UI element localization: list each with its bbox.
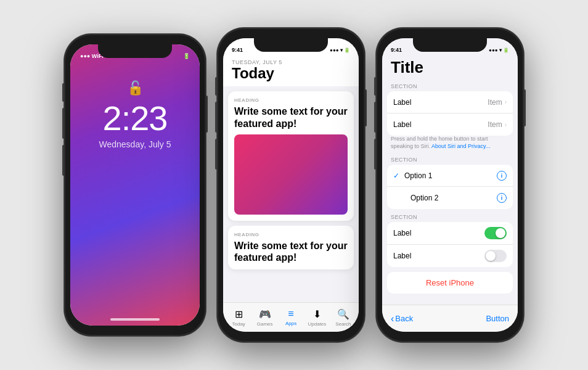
- side-button-vol-up[interactable]: [215, 102, 217, 133]
- apps-tab-label: Apps: [285, 321, 296, 326]
- section-1: SECTION Label Item › Label Item ›: [387, 83, 513, 152]
- notch: [254, 38, 328, 52]
- reset-label: Reset iPhone: [426, 278, 474, 287]
- phone-3: 9:41 ●●● ▾ 🔋 Title SECTION Label Item ›: [376, 28, 524, 342]
- toggle-1[interactable]: [484, 227, 507, 239]
- info-2-icon[interactable]: i: [497, 193, 507, 203]
- back-chevron-icon: ‹: [391, 313, 394, 324]
- section-1-label: SECTION: [387, 83, 513, 91]
- games-tab-icon: 🎮: [259, 308, 271, 320]
- row-label-item-2[interactable]: Label Item ›: [387, 113, 513, 136]
- tab-apps[interactable]: ≡ Apps: [278, 308, 304, 326]
- tab-updates[interactable]: ⬇ Updates: [304, 308, 330, 327]
- games-tab-label: Games: [257, 321, 273, 327]
- updates-tab-icon: ⬇: [313, 308, 321, 320]
- section-2-label: SECTION: [387, 157, 513, 165]
- notch: [413, 38, 487, 52]
- today-header: Tuesday, July 5 Today: [223, 56, 359, 86]
- card-1-heading: HEADING: [234, 97, 348, 103]
- lock-screen-bg: ●●● WiFi 🔋 🔓 2:23 Wednesday, July 5: [70, 44, 200, 326]
- nav-button[interactable]: Button: [486, 314, 509, 323]
- option-2-label: Option 2: [410, 194, 493, 202]
- row-1-value: Item: [488, 98, 502, 107]
- home-bar: [110, 318, 160, 321]
- settings-time: 9:41: [391, 47, 402, 53]
- section-3: SECTION Label Label: [387, 214, 513, 267]
- side-button-vol-down[interactable]: [62, 145, 64, 176]
- side-button-vol-down[interactable]: [215, 139, 217, 170]
- section-3-label: SECTION: [387, 214, 513, 222]
- back-button[interactable]: ‹ Back: [391, 313, 413, 324]
- settings-signal: ●●● ▾ 🔋: [489, 47, 509, 53]
- today-card-2[interactable]: HEADING Write some text for your feature…: [228, 226, 354, 269]
- lock-battery-icon: 🔋: [183, 53, 190, 59]
- toggle-2[interactable]: [484, 250, 507, 262]
- section-2: SECTION ✓ Option 1 i Option 2 i: [387, 157, 513, 209]
- side-button-right[interactable]: [524, 89, 526, 126]
- settings-nav-bar: ‹ Back Button: [382, 305, 518, 332]
- tab-search[interactable]: 🔍 Search: [330, 308, 356, 327]
- check-1-icon: ✓: [393, 171, 399, 180]
- toggle-1-label: Label: [393, 229, 484, 237]
- row-2-value: Item: [488, 120, 502, 129]
- reset-row[interactable]: Reset iPhone: [387, 272, 513, 294]
- notch: [98, 44, 172, 58]
- toggle-2-label: Label: [393, 252, 484, 260]
- phone-2: 9:41 ●●● ▾ 🔋 Tuesday, July 5 Today HEADI…: [217, 28, 365, 342]
- section-1-group: Label Item › Label Item ›: [387, 91, 513, 136]
- row-1-label: Label: [393, 98, 488, 107]
- row-2-label: Label: [393, 120, 488, 129]
- settings-screen: 9:41 ●●● ▾ 🔋 Title SECTION Label Item ›: [382, 38, 518, 332]
- tab-games[interactable]: 🎮 Games: [251, 308, 277, 327]
- phone-1: ●●● WiFi 🔋 🔓 2:23 Wednesday, July 5: [64, 34, 206, 336]
- tab-bar: ⊞ Today 🎮 Games ≡ Apps ⬇ Updates 🔍 S: [223, 302, 359, 332]
- row-option-1[interactable]: ✓ Option 1 i: [387, 165, 513, 187]
- card-2-text: Write some text for your featured app!: [234, 240, 348, 263]
- side-button-vol-down[interactable]: [374, 139, 376, 170]
- row-toggle-1[interactable]: Label: [387, 222, 513, 245]
- settings-bg: 9:41 ●●● ▾ 🔋 Title SECTION Label Item ›: [382, 38, 518, 332]
- card-1-image: [234, 134, 348, 215]
- today-time: 9:41: [232, 47, 243, 53]
- side-button-mute[interactable]: [62, 83, 64, 102]
- side-button-vol-up[interactable]: [62, 108, 64, 139]
- today-signal: ●●● ▾ 🔋: [330, 47, 350, 53]
- today-tab-icon: ⊞: [235, 308, 243, 320]
- row-2-chevron-icon: ›: [505, 121, 507, 128]
- side-button-mute[interactable]: [215, 77, 217, 96]
- settings-title-bar: Title: [382, 56, 518, 83]
- side-button-mute[interactable]: [374, 77, 376, 96]
- row-label-item-1[interactable]: Label Item ›: [387, 91, 513, 113]
- row-option-2[interactable]: Option 2 i: [387, 187, 513, 209]
- siri-note: Press and hold the home button to start …: [387, 136, 513, 152]
- lock-date: Wednesday, July 5: [99, 139, 171, 149]
- settings-title: Title: [391, 58, 509, 77]
- apps-tab-icon: ≡: [288, 308, 293, 319]
- siri-link[interactable]: About Siri and Privacy...: [431, 143, 490, 149]
- today-tab-label: Today: [232, 321, 245, 327]
- side-button-right[interactable]: [206, 96, 208, 133]
- today-title: Today: [232, 65, 350, 81]
- section-3-group: Label Label: [387, 222, 513, 267]
- option-1-label: Option 1: [404, 171, 493, 180]
- search-tab-label: Search: [335, 321, 351, 327]
- card-2-heading: HEADING: [234, 232, 348, 237]
- card-1-text: Write some text for your featured app!: [234, 105, 348, 129]
- info-1-icon[interactable]: i: [497, 171, 507, 181]
- side-button-right[interactable]: [365, 89, 367, 126]
- lock-screen: ●●● WiFi 🔋 🔓 2:23 Wednesday, July 5: [70, 44, 200, 326]
- row-toggle-2[interactable]: Label: [387, 245, 513, 267]
- today-content: HEADING Write some text for your feature…: [223, 86, 359, 302]
- search-tab-icon: 🔍: [337, 308, 349, 320]
- lock-time: 2:23: [103, 101, 168, 136]
- today-bg: 9:41 ●●● ▾ 🔋 Tuesday, July 5 Today HEADI…: [223, 38, 359, 332]
- updates-tab-label: Updates: [308, 321, 327, 327]
- side-button-vol-up[interactable]: [374, 102, 376, 133]
- today-card-1[interactable]: HEADING Write some text for your feature…: [228, 91, 354, 220]
- settings-body: SECTION Label Item › Label Item ›: [382, 83, 518, 305]
- unlock-icon: 🔓: [127, 80, 144, 96]
- section-2-group: ✓ Option 1 i Option 2 i: [387, 165, 513, 209]
- today-screen: 9:41 ●●● ▾ 🔋 Tuesday, July 5 Today HEADI…: [223, 38, 359, 332]
- tab-today[interactable]: ⊞ Today: [226, 308, 251, 327]
- back-label: Back: [395, 314, 413, 323]
